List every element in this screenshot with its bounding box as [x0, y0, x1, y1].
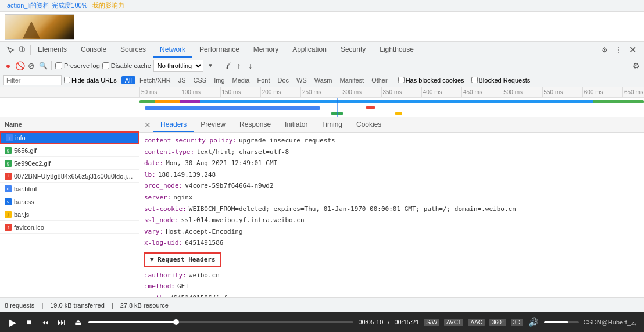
player-3d-badge[interactable]: 3D	[511, 319, 523, 326]
req-name-gif1: 5656.gif	[14, 147, 134, 154]
player-progress-bar[interactable]	[88, 321, 353, 323]
header-val-date: Mon, 30 Aug 2021 12:49:01 GMT	[166, 158, 277, 169]
player-play-btn[interactable]: ▶	[7, 316, 19, 328]
header-val-ssl: ssl-014.mweibo.yf.intra.weibo.cn	[181, 215, 305, 226]
disable-cache-checkbox[interactable]	[102, 62, 109, 69]
detail-tab-preview[interactable]: Preview	[194, 117, 232, 132]
request-item-gif1[interactable]: g 5656.gif	[0, 144, 139, 157]
request-item-favicon[interactable]: f favicon.ico	[0, 221, 139, 234]
request-item-img[interactable]: i 0072BNFUly8g884x656z5j31c00u0tdo.jpg?K…	[0, 170, 139, 183]
request-item-info[interactable]: i info	[0, 131, 139, 144]
player-degrees-badge[interactable]: 360°	[489, 319, 506, 326]
player-logo: CSDN@Hubert_云	[584, 318, 637, 327]
req-icon-barcss: c	[5, 198, 12, 205]
inspect-icon[interactable]	[6, 45, 15, 55]
filter-icon[interactable]: ⊘	[27, 61, 36, 70]
detail-tab-timing[interactable]: Timing	[314, 117, 349, 132]
tab-lighthouse[interactable]: Lighthouse	[373, 42, 421, 58]
preserve-log-checkbox[interactable]	[55, 62, 62, 69]
req-name-barhtml: bar.html	[14, 185, 134, 192]
filter-type-js[interactable]: JS	[175, 76, 189, 84]
header-key-xlog: x-log-uid:	[144, 238, 183, 248]
progress-text: 完成度100%	[52, 1, 87, 10]
wifi-icon[interactable]	[223, 61, 232, 70]
header-val-method: GET	[177, 281, 189, 292]
tab-sources[interactable]: Sources	[113, 42, 153, 58]
filter-type-css[interactable]: CSS	[190, 76, 210, 84]
thumbnail-area	[0, 12, 644, 42]
tab-performance[interactable]: Performance	[192, 42, 246, 58]
gear-icon[interactable]: ⚙	[631, 61, 641, 70]
thumbnail-image	[5, 14, 74, 40]
ruler-marks: 50 ms 100 ms 150 ms 200 ms 250 ms 300 ms…	[139, 87, 644, 97]
req-icon-img: i	[5, 173, 12, 180]
request-item-barjs[interactable]: j bar.js	[0, 208, 139, 221]
preserve-log-label: Preserve log	[55, 62, 100, 69]
header-key-lb: lb:	[144, 170, 156, 180]
download-icon[interactable]: ↓	[246, 61, 255, 70]
search-icon[interactable]: 🔍	[38, 61, 48, 70]
filter-type-img[interactable]: Img	[210, 76, 228, 84]
tab-security[interactable]: Security	[334, 42, 373, 58]
tab-console[interactable]: Console	[74, 42, 113, 58]
has-blocked-checkbox[interactable]	[398, 77, 405, 83]
blocked-requests-checkbox[interactable]	[471, 77, 478, 83]
request-item-barhtml[interactable]: d bar.html	[0, 183, 139, 195]
header-content-type: content-type: text/html; charset=utf-8	[144, 147, 639, 158]
timeline-ruler: 50 ms 100 ms 150 ms 200 ms 250 ms 300 ms…	[0, 87, 644, 98]
player-audio-badge: AAC	[468, 319, 485, 326]
site-name: action_li的资料	[7, 1, 49, 10]
status-sep2: |	[112, 302, 113, 309]
req-name-img: 0072BNFUly8g884x656z5j31c00u0tdo.jpg?KID…	[14, 173, 134, 180]
request-item-barcss[interactable]: c bar.css	[0, 195, 139, 208]
clear-icon[interactable]: 🚫	[15, 61, 24, 70]
close-icon[interactable]: ✕	[628, 45, 637, 55]
record-icon[interactable]: ●	[3, 61, 13, 70]
detail-tab-response[interactable]: Response	[232, 117, 278, 132]
status-requests: 8 requests	[5, 302, 34, 309]
upload-icon[interactable]: ↑	[234, 61, 244, 70]
filter-type-doc[interactable]: Doc	[274, 76, 292, 84]
settings-icon[interactable]: ⚙	[600, 45, 609, 55]
details-close-icon[interactable]: ✕	[142, 119, 153, 131]
hide-data-urls-checkbox[interactable]	[64, 77, 70, 83]
filter-type-media[interactable]: Media	[229, 76, 253, 84]
devtools-tabs: Elements Console Sources Network Perform…	[31, 42, 421, 58]
tab-elements[interactable]: Elements	[31, 42, 74, 58]
player-volume-icon[interactable]: 🔊	[528, 316, 539, 328]
player-prev-btn[interactable]: ⏮	[40, 316, 51, 328]
filter-type-fetch[interactable]: Fetch/XHR	[136, 76, 174, 84]
filter-type-wasm[interactable]: Wasm	[311, 76, 336, 84]
hide-data-urls-label: Hide data URLs	[64, 77, 117, 84]
influence-link[interactable]: 我的影响力	[92, 1, 124, 10]
player-stop-btn[interactable]: ■	[23, 316, 35, 328]
device-icon[interactable]	[17, 45, 27, 55]
detail-tab-headers[interactable]: Headers	[153, 117, 194, 132]
settings-right: ⚙	[631, 61, 641, 70]
detail-tab-cookies[interactable]: Cookies	[349, 117, 388, 132]
req-name-barcss: bar.css	[14, 198, 134, 205]
status-bar: 8 requests | 19.0 kB transferred | 27.8 …	[0, 297, 644, 312]
filter-type-manifest[interactable]: Manifest	[337, 76, 368, 84]
status-resources: 27.8 kB resource	[120, 302, 169, 309]
tab-memory[interactable]: Memory	[246, 42, 285, 58]
more-icon[interactable]: ⋮	[614, 45, 623, 55]
throttling-select[interactable]: No throttling	[153, 60, 203, 72]
request-item-gif2[interactable]: g 5e990ec2.gif	[0, 157, 139, 170]
header-lb: lb: 180.149.139.248	[144, 169, 639, 181]
detail-tab-initiator[interactable]: Initiator	[278, 117, 314, 132]
filter-type-other[interactable]: Other	[368, 76, 391, 84]
filter-type-font[interactable]: Font	[253, 76, 273, 84]
tab-application[interactable]: Application	[285, 42, 334, 58]
filter-input[interactable]	[3, 75, 62, 85]
tab-network[interactable]: Network	[153, 42, 192, 58]
filter-type-all[interactable]: All	[121, 76, 135, 84]
tl-bar-img	[395, 112, 402, 115]
throttling-arrow[interactable]: ▼	[206, 61, 215, 70]
header-val-auth: weibo.cn	[189, 270, 220, 281]
request-headers-section[interactable]: ▼ Request Headers	[144, 252, 221, 267]
player-next-btn[interactable]: ⏭	[56, 316, 67, 328]
player-volume-bar[interactable]	[544, 321, 579, 323]
filter-type-ws[interactable]: WS	[293, 76, 310, 84]
player-upload-btn[interactable]: ⏏	[72, 316, 84, 328]
